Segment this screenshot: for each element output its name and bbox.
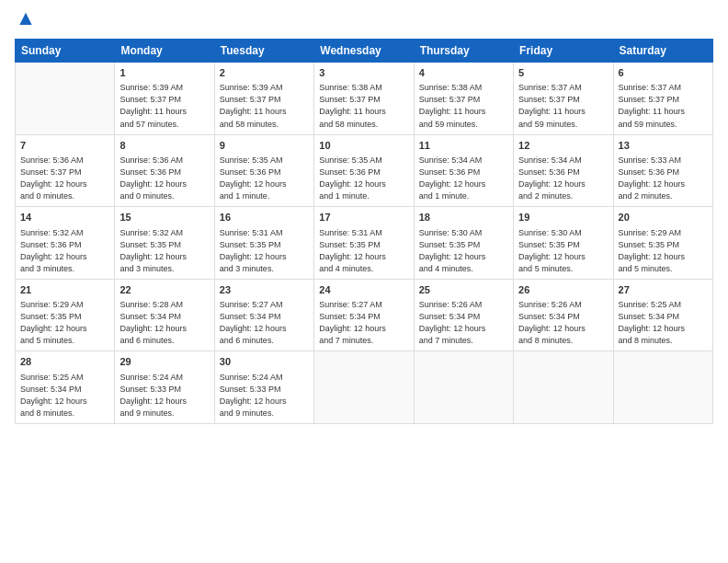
day-number: 18 xyxy=(419,211,508,224)
day-number: 1 xyxy=(119,66,209,80)
calendar-cell: 1Sunrise: 5:39 AM Sunset: 5:37 PM Daylig… xyxy=(115,63,214,135)
weekday-header-tuesday: Tuesday xyxy=(214,40,313,63)
header xyxy=(15,11,713,29)
day-number: 24 xyxy=(319,283,408,297)
day-number: 22 xyxy=(119,283,209,297)
day-number: 30 xyxy=(220,355,309,369)
day-number: 29 xyxy=(119,355,209,369)
calendar-cell: 2Sunrise: 5:39 AM Sunset: 5:37 PM Daylig… xyxy=(214,63,313,135)
day-number: 12 xyxy=(518,139,608,153)
calendar-cell: 15Sunrise: 5:32 AM Sunset: 5:35 PM Dayli… xyxy=(115,207,214,280)
day-info: Sunrise: 5:34 AM Sunset: 5:36 PM Dayligh… xyxy=(518,155,608,202)
logo-icon xyxy=(17,11,35,29)
day-info: Sunrise: 5:28 AM Sunset: 5:34 PM Dayligh… xyxy=(119,299,209,347)
calendar-cell: 12Sunrise: 5:34 AM Sunset: 5:36 PM Dayli… xyxy=(514,134,613,207)
day-number: 4 xyxy=(419,66,508,80)
day-number: 11 xyxy=(419,139,508,153)
calendar-week-1: 1Sunrise: 5:39 AM Sunset: 5:37 PM Daylig… xyxy=(16,63,713,135)
day-info: Sunrise: 5:25 AM Sunset: 5:34 PM Dayligh… xyxy=(20,372,109,419)
calendar-cell: 10Sunrise: 5:35 AM Sunset: 5:36 PM Dayli… xyxy=(314,134,414,207)
day-number: 20 xyxy=(619,211,708,224)
day-info: Sunrise: 5:37 AM Sunset: 5:37 PM Dayligh… xyxy=(619,82,708,130)
calendar-header-row: SundayMondayTuesdayWednesdayThursdayFrid… xyxy=(16,40,713,63)
day-info: Sunrise: 5:39 AM Sunset: 5:37 PM Dayligh… xyxy=(119,82,209,130)
day-number: 7 xyxy=(20,139,109,153)
calendar-week-3: 14Sunrise: 5:32 AM Sunset: 5:36 PM Dayli… xyxy=(16,207,713,280)
day-number: 5 xyxy=(518,66,608,80)
day-number: 19 xyxy=(518,211,608,224)
day-number: 13 xyxy=(619,139,708,153)
calendar-cell: 19Sunrise: 5:30 AM Sunset: 5:35 PM Dayli… xyxy=(514,207,613,280)
day-info: Sunrise: 5:29 AM Sunset: 5:35 PM Dayligh… xyxy=(20,299,109,347)
calendar-cell: 28Sunrise: 5:25 AM Sunset: 5:34 PM Dayli… xyxy=(16,351,115,424)
calendar-cell: 17Sunrise: 5:31 AM Sunset: 5:35 PM Dayli… xyxy=(314,207,414,280)
day-info: Sunrise: 5:38 AM Sunset: 5:37 PM Dayligh… xyxy=(419,82,508,130)
day-number: 8 xyxy=(119,139,209,153)
calendar-cell: 29Sunrise: 5:24 AM Sunset: 5:33 PM Dayli… xyxy=(115,351,214,424)
day-number: 6 xyxy=(619,66,708,80)
calendar-cell xyxy=(613,351,712,424)
calendar-cell: 11Sunrise: 5:34 AM Sunset: 5:36 PM Dayli… xyxy=(414,134,513,207)
weekday-header-friday: Friday xyxy=(514,40,613,63)
day-number: 10 xyxy=(319,139,408,153)
calendar-cell xyxy=(16,63,115,135)
calendar-cell: 21Sunrise: 5:29 AM Sunset: 5:35 PM Dayli… xyxy=(16,279,115,351)
calendar-table: SundayMondayTuesdayWednesdayThursdayFrid… xyxy=(15,39,713,424)
day-info: Sunrise: 5:32 AM Sunset: 5:36 PM Dayligh… xyxy=(20,227,109,275)
day-number: 21 xyxy=(20,283,109,297)
day-number: 2 xyxy=(220,66,309,80)
day-number: 17 xyxy=(319,211,408,224)
day-info: Sunrise: 5:35 AM Sunset: 5:36 PM Dayligh… xyxy=(220,155,309,202)
calendar-cell xyxy=(314,351,414,424)
day-info: Sunrise: 5:33 AM Sunset: 5:36 PM Dayligh… xyxy=(619,155,708,202)
day-info: Sunrise: 5:32 AM Sunset: 5:35 PM Dayligh… xyxy=(119,227,209,275)
day-number: 27 xyxy=(619,283,708,297)
day-number: 14 xyxy=(20,211,109,224)
calendar-cell: 4Sunrise: 5:38 AM Sunset: 5:37 PM Daylig… xyxy=(414,63,513,135)
calendar-cell: 8Sunrise: 5:36 AM Sunset: 5:36 PM Daylig… xyxy=(115,134,214,207)
calendar-cell: 20Sunrise: 5:29 AM Sunset: 5:35 PM Dayli… xyxy=(613,207,712,280)
day-info: Sunrise: 5:26 AM Sunset: 5:34 PM Dayligh… xyxy=(518,299,608,347)
day-number: 16 xyxy=(220,211,309,224)
day-number: 3 xyxy=(319,66,408,80)
weekday-header-saturday: Saturday xyxy=(613,40,712,63)
day-info: Sunrise: 5:37 AM Sunset: 5:37 PM Dayligh… xyxy=(518,82,608,130)
calendar-cell: 14Sunrise: 5:32 AM Sunset: 5:36 PM Dayli… xyxy=(16,207,115,280)
day-info: Sunrise: 5:31 AM Sunset: 5:35 PM Dayligh… xyxy=(319,227,408,275)
calendar-cell: 24Sunrise: 5:27 AM Sunset: 5:34 PM Dayli… xyxy=(314,279,414,351)
day-number: 23 xyxy=(220,283,309,297)
weekday-header-monday: Monday xyxy=(115,40,214,63)
calendar-cell: 25Sunrise: 5:26 AM Sunset: 5:34 PM Dayli… xyxy=(414,279,513,351)
day-number: 26 xyxy=(518,283,608,297)
calendar-cell: 7Sunrise: 5:36 AM Sunset: 5:37 PM Daylig… xyxy=(16,134,115,207)
calendar-week-4: 21Sunrise: 5:29 AM Sunset: 5:35 PM Dayli… xyxy=(16,279,713,351)
day-info: Sunrise: 5:36 AM Sunset: 5:36 PM Dayligh… xyxy=(119,155,209,202)
weekday-header-sunday: Sunday xyxy=(16,40,115,63)
day-info: Sunrise: 5:30 AM Sunset: 5:35 PM Dayligh… xyxy=(518,227,608,275)
weekday-header-wednesday: Wednesday xyxy=(314,40,414,63)
day-number: 28 xyxy=(20,355,109,369)
day-info: Sunrise: 5:26 AM Sunset: 5:34 PM Dayligh… xyxy=(419,299,508,347)
logo xyxy=(15,11,35,29)
day-info: Sunrise: 5:27 AM Sunset: 5:34 PM Dayligh… xyxy=(220,299,309,347)
calendar-cell: 3Sunrise: 5:38 AM Sunset: 5:37 PM Daylig… xyxy=(314,63,414,135)
calendar-cell: 9Sunrise: 5:35 AM Sunset: 5:36 PM Daylig… xyxy=(214,134,313,207)
day-info: Sunrise: 5:38 AM Sunset: 5:37 PM Dayligh… xyxy=(319,82,408,130)
calendar-week-2: 7Sunrise: 5:36 AM Sunset: 5:37 PM Daylig… xyxy=(16,134,713,207)
day-info: Sunrise: 5:24 AM Sunset: 5:33 PM Dayligh… xyxy=(220,372,309,419)
weekday-header-thursday: Thursday xyxy=(414,40,513,63)
day-info: Sunrise: 5:31 AM Sunset: 5:35 PM Dayligh… xyxy=(220,227,309,275)
calendar-cell: 6Sunrise: 5:37 AM Sunset: 5:37 PM Daylig… xyxy=(613,63,712,135)
calendar-cell xyxy=(414,351,513,424)
day-info: Sunrise: 5:36 AM Sunset: 5:37 PM Dayligh… xyxy=(20,155,109,202)
calendar-cell: 26Sunrise: 5:26 AM Sunset: 5:34 PM Dayli… xyxy=(514,279,613,351)
day-info: Sunrise: 5:24 AM Sunset: 5:33 PM Dayligh… xyxy=(119,372,209,419)
calendar-cell: 13Sunrise: 5:33 AM Sunset: 5:36 PM Dayli… xyxy=(613,134,712,207)
calendar-cell xyxy=(514,351,613,424)
calendar-week-5: 28Sunrise: 5:25 AM Sunset: 5:34 PM Dayli… xyxy=(16,351,713,424)
day-info: Sunrise: 5:25 AM Sunset: 5:34 PM Dayligh… xyxy=(619,299,708,347)
svg-marker-0 xyxy=(19,13,31,25)
calendar-cell: 18Sunrise: 5:30 AM Sunset: 5:35 PM Dayli… xyxy=(414,207,513,280)
calendar-cell: 22Sunrise: 5:28 AM Sunset: 5:34 PM Dayli… xyxy=(115,279,214,351)
day-number: 9 xyxy=(220,139,309,153)
